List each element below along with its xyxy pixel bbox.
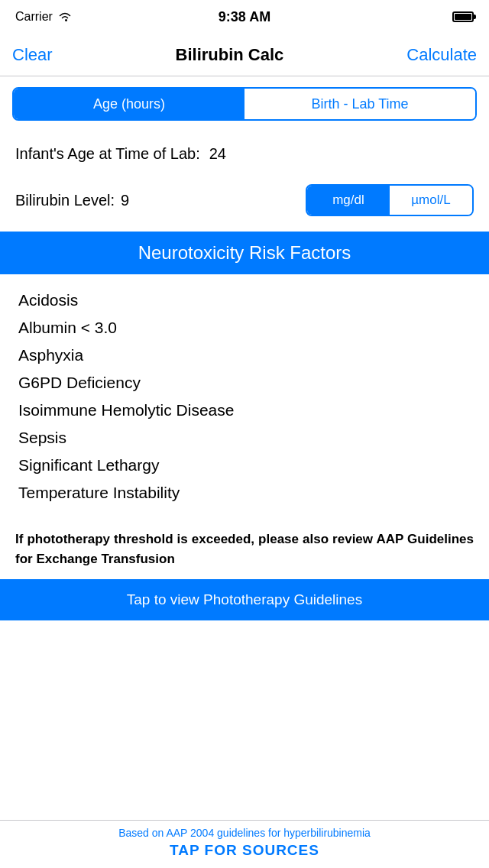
notice-text: If phototherapy threshold is exceeded, p… — [0, 519, 489, 579]
status-time: 9:38 AM — [219, 9, 270, 25]
risk-factor-item: Temperature Instability — [18, 479, 471, 507]
battery-icon — [452, 11, 474, 22]
unit-segment-control: mg/dl µmol/L — [306, 184, 474, 216]
carrier-label: Carrier — [15, 10, 53, 24]
risk-factor-item: Asphyxia — [18, 342, 471, 369]
footer[interactable]: Based on AAP 2004 guidelines for hyperbi… — [0, 820, 489, 868]
footer-sources-link[interactable]: TAP FOR SOURCES — [15, 842, 474, 859]
mgdl-unit-button[interactable]: mg/dl — [307, 186, 390, 215]
phototherapy-button[interactable]: Tap to view Phototherapy Guidelines — [0, 579, 489, 620]
bilirubin-label: Bilirubin Level: — [15, 192, 115, 209]
risk-factor-item: Significant Lethargy — [18, 452, 471, 479]
clear-button[interactable]: Clear — [12, 45, 53, 65]
bilirubin-row: Bilirubin Level: 9 mg/dl µmol/L — [0, 177, 489, 224]
main-content: Age (hours) Birth - Lab Time Infant's Ag… — [0, 76, 489, 620]
risk-factor-item: Acidosis — [18, 287, 471, 314]
bilirubin-value[interactable]: 9 — [121, 192, 129, 209]
risk-factor-item: G6PD Deficiency — [18, 369, 471, 397]
infant-age-value[interactable]: 24 — [209, 145, 226, 163]
neurotoxicity-header: Neurotoxicity Risk Factors — [0, 232, 489, 274]
neurotoxicity-title: Neurotoxicity Risk Factors — [15, 242, 474, 264]
risk-factor-item: Albumin < 3.0 — [18, 314, 471, 342]
status-bar: Carrier 9:38 AM — [0, 0, 489, 34]
wifi-icon — [57, 11, 73, 22]
phototherapy-button-label: Tap to view Phototherapy Guidelines — [127, 591, 362, 607]
birth-lab-time-tab[interactable]: Birth - Lab Time — [244, 89, 475, 119]
infant-age-label: Infant's Age at Time of Lab: — [15, 145, 200, 163]
infant-age-row: Infant's Age at Time of Lab: 24 — [0, 131, 489, 177]
risk-factor-item: Isoimmune Hemolytic Disease — [18, 397, 471, 424]
calculate-button[interactable]: Calculate — [406, 45, 477, 65]
risk-factor-item: Sepsis — [18, 424, 471, 452]
age-segment-control: Age (hours) Birth - Lab Time — [12, 87, 477, 121]
age-hours-tab[interactable]: Age (hours) — [14, 89, 244, 119]
umoll-unit-button[interactable]: µmol/L — [390, 186, 472, 215]
risk-factors-list: AcidosisAlbumin < 3.0AsphyxiaG6PD Defici… — [0, 274, 489, 519]
nav-title: Bilirubin Calc — [176, 45, 284, 65]
footer-guideline-text: Based on AAP 2004 guidelines for hyperbi… — [15, 827, 474, 839]
age-segment-container: Age (hours) Birth - Lab Time — [0, 76, 489, 131]
nav-bar: Clear Bilirubin Calc Calculate — [0, 34, 489, 76]
